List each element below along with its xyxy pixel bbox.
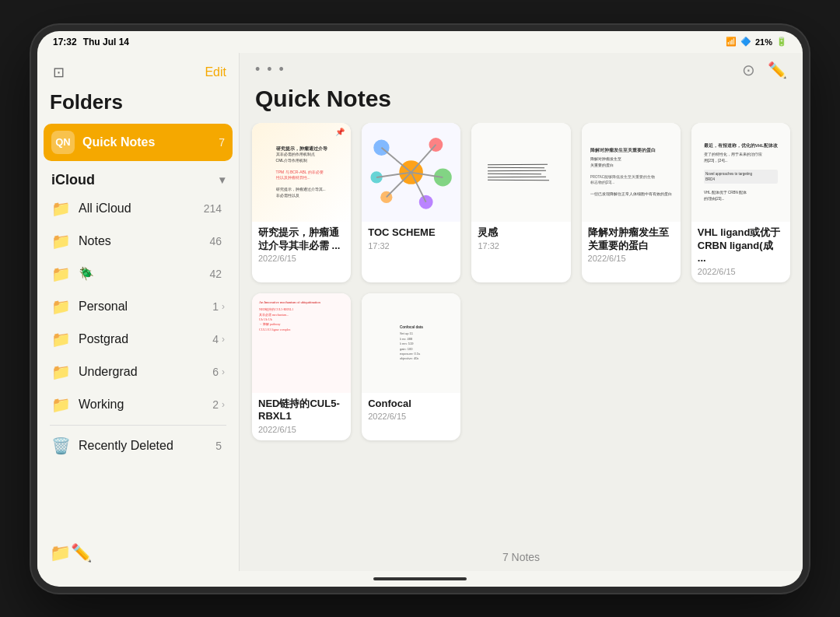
folder-label: Working <box>79 398 212 412</box>
note-info: VHL ligand或优于CRBN ligand(成 ... 2022/6/15 <box>691 222 790 283</box>
chevron-right-icon: › <box>222 334 225 345</box>
note-name: 降解对肿瘤发生至关重要的蛋白 <box>588 226 674 253</box>
note-name: 灵感 <box>478 226 564 240</box>
folder-count: 4 <box>212 333 219 345</box>
new-folder-button[interactable]: 📁✏️ <box>50 543 92 563</box>
new-note-button[interactable]: ✏️ <box>768 61 787 79</box>
icloud-label: iCloud <box>51 172 95 188</box>
note-info: 研究提示，肿瘤通过介导其非必需 ... 2022/6/15 <box>252 222 351 270</box>
date: Thu Jul 14 <box>83 37 129 47</box>
folder-item-bug[interactable]: 📁 🪲 42 <box>44 258 233 289</box>
note-date: 2022/6/15 <box>258 425 345 434</box>
status-left: 17:32 Thu Jul 14 <box>53 37 129 47</box>
note-date: 17:32 <box>368 241 454 251</box>
svg-line-8 <box>411 144 436 172</box>
sidebar-header: ⊡ Edit <box>37 53 239 87</box>
folder-label: Personal <box>79 300 212 314</box>
home-bar <box>373 577 467 580</box>
quick-notes-count: 7 <box>219 136 225 149</box>
notes-panel: • • • ⊙ ✏️ Quick Notes 📌 研究提示，肿瘤通过介导 其非必… <box>240 53 803 571</box>
sidebar-bottom: 📁✏️ <box>37 535 239 571</box>
note-date: 17:32 <box>478 241 564 251</box>
app-container: ⊡ Edit Folders QN Quick Notes 7 iCloud ▾ <box>37 53 803 571</box>
folder-count: 42 <box>209 268 222 280</box>
sidebar-content: QN Quick Notes 7 iCloud ▾ 📁 All iCloud 2… <box>37 124 239 535</box>
notes-panel-title: Quick Notes <box>240 79 803 123</box>
toolbar-right: ⊙ ✏️ <box>742 61 787 79</box>
folder-item-all-icloud[interactable]: 📁 All iCloud 214 <box>44 193 233 224</box>
note-thumbnail-vhl: 最近，有报道称，优化的VHL配体改 变了的特性化，用于未来的治疗应 用[23]，… <box>691 123 790 222</box>
note-info: Confocal 2022/6/15 <box>362 393 460 428</box>
bluetooth-icon: 🔷 <box>740 37 751 47</box>
folder-icon: 📁 <box>51 395 71 414</box>
divider <box>50 425 226 426</box>
status-bar: 17:32 Thu Jul 14 📶 🔷 21% 🔋 <box>37 31 803 53</box>
note-thumbnail-inspiration <box>471 123 570 222</box>
folder-count: 5 <box>215 440 222 452</box>
note-name: VHL ligand或优于CRBN ligand(成 ... <box>698 226 784 266</box>
chevron-right-icon: › <box>222 301 225 312</box>
chevron-right-icon: › <box>222 399 225 410</box>
sidebar-toggle-button[interactable]: ⊡ <box>50 61 68 84</box>
wifi-icon: 📶 <box>726 37 737 47</box>
folder-count: 1 <box>212 300 219 313</box>
note-info: TOC SCHEME 17:32 <box>362 222 460 257</box>
note-card-protein[interactable]: 降解对肿瘤发生至关重要的蛋白 降解对肿瘤发生至 关重要的蛋白 PROTAC能够降… <box>582 123 681 283</box>
note-date: 2022/6/15 <box>588 254 674 263</box>
status-right: 📶 🔷 21% 🔋 <box>726 37 787 47</box>
folder-label: 🪲 <box>79 266 209 281</box>
folder-count: 6 <box>212 366 219 378</box>
folder-icon: 📁 <box>51 330 71 349</box>
folder-item-recently-deleted[interactable]: 🗑️ Recently Deleted 5 <box>44 430 233 461</box>
trash-icon: 🗑️ <box>51 436 71 455</box>
folder-label: Recently Deleted <box>79 439 215 453</box>
more-options-button[interactable]: ⊙ <box>742 61 755 79</box>
note-card-research[interactable]: 📌 研究提示，肿瘤通过介导 其非必需的作用机制点 CML介导作用机制 TPM 与… <box>252 123 351 283</box>
note-card-vhl[interactable]: 最近，有报道称，优化的VHL配体改 变了的特性化，用于未来的治疗应 用[23]，… <box>691 123 790 283</box>
notes-count-bar: 7 Notes <box>240 543 803 571</box>
folder-icon: 📁 <box>51 232 71 251</box>
note-card-confocal[interactable]: Confocal data Set up 11 λ ex: 488 λ em: … <box>362 293 460 440</box>
note-name: NED链持的CUL5-RBXL1 <box>258 398 345 424</box>
toolbar-dots: • • • <box>255 61 285 78</box>
folder-item-undergrad[interactable]: 📁 Undergrad 6 › <box>44 356 233 387</box>
note-info: 降解对肿瘤发生至关重要的蛋白 2022/6/15 <box>582 222 681 270</box>
note-name: 研究提示，肿瘤通过介导其非必需 ... <box>258 226 345 253</box>
note-info: 灵感 17:32 <box>471 222 570 257</box>
folder-item-notes[interactable]: 📁 Quick Notes Notes 46 <box>44 226 233 257</box>
time: 17:32 <box>53 37 77 47</box>
folder-icon: 📁 <box>51 297 71 316</box>
folder-label: Undergrad <box>79 365 212 379</box>
home-indicator <box>37 571 803 587</box>
folders-title: Folders <box>37 87 239 124</box>
note-info: NED链持的CUL5-RBXL1 2022/6/15 <box>252 393 351 441</box>
quick-notes-label: Quick Notes <box>82 135 219 149</box>
pin-icon: 📌 <box>335 127 345 138</box>
folder-icon: 📁 <box>51 363 71 381</box>
notes-grid: 📌 研究提示，肿瘤通过介导 其非必需的作用机制点 CML介导作用机制 TPM 与… <box>240 123 803 543</box>
note-name: Confocal <box>368 398 454 411</box>
toc-diagram-svg <box>362 123 460 222</box>
folder-item-working[interactable]: 📁 Working 2 › <box>44 389 233 420</box>
notes-toolbar: • • • ⊙ ✏️ <box>240 53 803 79</box>
note-card-ned[interactable]: An Innovative mechanism of ubiquitinatio… <box>252 293 351 440</box>
sidebar: ⊡ Edit Folders QN Quick Notes 7 iCloud ▾ <box>37 53 240 571</box>
folder-label: Postgrad <box>79 332 212 346</box>
battery-bar-icon: 🔋 <box>776 37 787 47</box>
folder-item-postgrad[interactable]: 📁 Postgrad 4 › <box>44 324 233 355</box>
note-thumbnail-research: 📌 研究提示，肿瘤通过介导 其非必需的作用机制点 CML介导作用机制 TPM 与… <box>252 123 351 222</box>
sidebar-item-quick-notes[interactable]: QN Quick Notes 7 <box>44 124 233 161</box>
svg-line-7 <box>382 147 411 172</box>
note-card-inspiration[interactable]: 灵感 17:32 <box>471 123 570 283</box>
note-name: TOC SCHEME <box>368 226 454 240</box>
note-date: 2022/6/15 <box>698 267 784 276</box>
notes-count-label: 7 Notes <box>502 551 540 563</box>
note-date: 2022/6/15 <box>368 412 454 421</box>
note-thumbnail-confocal: Confocal data Set up 11 λ ex: 488 λ em: … <box>362 293 460 392</box>
icloud-section-header[interactable]: iCloud ▾ <box>44 163 233 193</box>
edit-button[interactable]: Edit <box>205 65 226 79</box>
folder-item-personal[interactable]: 📁 Personal 1 › <box>44 291 233 322</box>
folder-count: 46 <box>209 235 222 247</box>
note-card-toc[interactable]: TOC SCHEME 17:32 <box>362 123 460 283</box>
quick-notes-icon: QN <box>51 131 75 154</box>
